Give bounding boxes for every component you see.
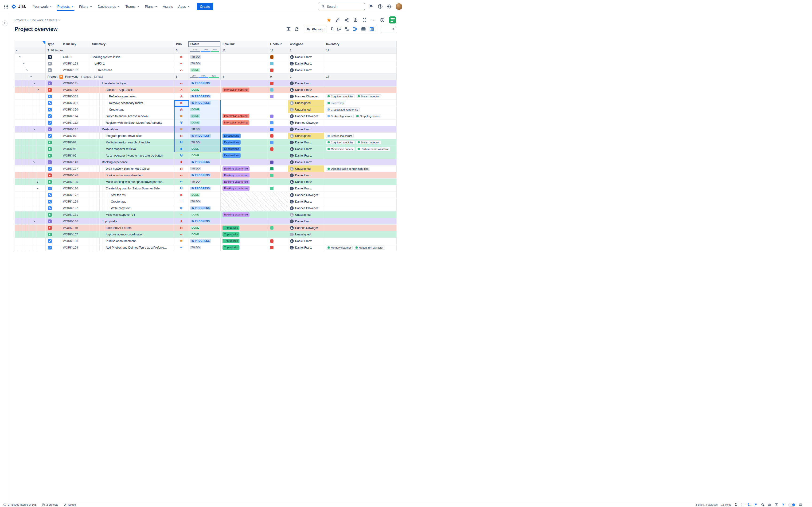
- column-header-prio[interactable]: Prio: [174, 41, 189, 47]
- filter-icon[interactable]: [17, 41, 46, 47]
- column-header-summary[interactable]: Summary: [90, 41, 174, 47]
- row-height-icon[interactable]: [286, 27, 291, 32]
- share-icon[interactable]: [345, 18, 349, 22]
- columns-icon[interactable]: [369, 27, 374, 32]
- user-avatar[interactable]: [396, 3, 402, 10]
- column-header-inventory[interactable]: Inventory: [324, 41, 397, 47]
- issue-row[interactable]: WORK-163LARX 1TO DODaniel Franz: [14, 60, 397, 67]
- nav-item-teams[interactable]: Teams: [123, 0, 142, 13]
- help-icon[interactable]: [378, 4, 383, 9]
- issue-row[interactable]: WORK-98Multi-destination search UI mobil…: [14, 139, 397, 146]
- export-icon[interactable]: [353, 18, 358, 22]
- sheets-app-icon[interactable]: [389, 16, 396, 23]
- issue-row[interactable]: WORK-108Publish announcementIN PROGRESST…: [14, 238, 397, 244]
- breadcrumb-fine-work[interactable]: Fine work: [30, 18, 44, 22]
- edit-pencil-icon[interactable]: [336, 18, 340, 22]
- issue-row[interactable]: WORK-95As an operator I want to have a t…: [14, 152, 397, 159]
- issue-row[interactable]: WORK-162TreadstoneDONEDaniel Franz: [14, 67, 397, 73]
- jira-logo[interactable]: Jira: [11, 4, 26, 9]
- chevron-down-icon[interactable]: [15, 49, 18, 52]
- issue-row[interactable]: WORK-112Blocker – App BasicsDONEInterste…: [14, 87, 397, 93]
- issue-row[interactable]: WORK-129Make working with our space trav…: [14, 179, 397, 185]
- chevron-down-icon[interactable]: [33, 127, 36, 131]
- issue-row[interactable]: WORK-148Booking experienceIN PROGRESSDan…: [14, 159, 397, 165]
- chevron-down-icon[interactable]: [36, 88, 40, 92]
- issue-row[interactable]: WORK-113Register with the Earth Moon Por…: [14, 119, 397, 126]
- status-lozenge: DONE: [190, 226, 200, 230]
- nav-item-dashboards[interactable]: Dashboards: [95, 0, 123, 13]
- chevron-right-icon[interactable]: [36, 180, 40, 183]
- nav-item-projects[interactable]: Projects: [55, 0, 77, 13]
- issue-row[interactable]: WORK-128Book now button is disabledIN PR…: [14, 172, 397, 179]
- unassigned-avatar-icon: [290, 233, 294, 236]
- nav-item-your-work[interactable]: Your work: [30, 0, 55, 13]
- nav-item-plans[interactable]: Plans: [142, 0, 160, 13]
- help-icon[interactable]: [380, 18, 385, 22]
- chevron-down-icon[interactable]: [18, 55, 22, 59]
- issue-row[interactable]: OKR-1Booking system is liveTO DODaniel F…: [14, 54, 397, 60]
- column-header-status[interactable]: Status: [189, 41, 221, 47]
- chevron-down-icon[interactable]: [26, 68, 29, 72]
- expand-sidebar-button[interactable]: [2, 20, 7, 26]
- tree-icon[interactable]: [345, 27, 349, 32]
- project-group-row[interactable]: ProjectFine work4 issues33 total530%33%3…: [14, 73, 397, 80]
- column-header-tree[interactable]: [14, 41, 46, 47]
- favorite-star-icon[interactable]: [326, 18, 331, 22]
- app-switcher-icon[interactable]: [4, 4, 8, 9]
- global-search-input[interactable]: [326, 4, 362, 9]
- issue-row[interactable]: WORK-147DestinationsTO DODaniel Franz: [14, 126, 397, 133]
- table-search-input[interactable]: [380, 26, 396, 33]
- fullscreen-icon[interactable]: [362, 18, 367, 22]
- megaphone-icon[interactable]: [369, 4, 374, 9]
- hierarchy-icon[interactable]: [353, 27, 358, 32]
- issue-row[interactable]: WORK-169Create tagsTO DODaniel Franz: [14, 199, 397, 205]
- create-button[interactable]: Create: [197, 3, 214, 10]
- chevron-down-icon[interactable]: [29, 75, 33, 78]
- column-header-issue-key[interactable]: Issue key: [61, 41, 90, 47]
- sum-icon[interactable]: Σ: [331, 27, 333, 31]
- issue-row[interactable]: WORK-96Moon stopover retrievalDONEDestin…: [14, 146, 397, 152]
- chevron-down-icon[interactable]: [22, 62, 26, 65]
- issue-row[interactable]: WORK-146Trip upsellsIN PROGRESSDaniel Fr…: [14, 218, 397, 225]
- more-options-icon[interactable]: [371, 18, 376, 22]
- column-header-assignee[interactable]: Assignee: [288, 41, 324, 47]
- nav-item-apps[interactable]: Apps: [176, 0, 193, 13]
- issue-row[interactable]: WORK-302Refuel oxygen tanksIN PROGRESSHa…: [14, 93, 397, 100]
- nav-item-assets[interactable]: Assets: [160, 0, 176, 13]
- inventory-chip: Freeze ray: [326, 101, 345, 105]
- planning-mode-button[interactable]: Planning: [304, 26, 327, 32]
- issue-row[interactable]: WORK-130Create blog post for Saturn Summ…: [14, 185, 397, 192]
- column-header-type[interactable]: Type: [46, 41, 61, 47]
- rows-icon[interactable]: [361, 27, 366, 32]
- issue-row[interactable]: WORK-97Integrate partner travel sitesIN …: [14, 133, 397, 139]
- checklist-icon[interactable]: [337, 27, 341, 32]
- nav-item-filters[interactable]: Filters: [77, 0, 95, 13]
- issue-row[interactable]: WORK-114Switch to annual license renewal…: [14, 113, 397, 119]
- breadcrumb-sheets[interactable]: Sheets: [47, 18, 61, 22]
- issue-row[interactable]: WORK-107Improve agency coordinationDONET…: [14, 231, 397, 238]
- issue-row[interactable]: WORK-145Interstellar lobbyingIN PROGRESS…: [14, 80, 397, 87]
- summary-cell: Star trip V5: [90, 192, 174, 199]
- issue-row[interactable]: WORK-300Create tagsDONEUnassignedCrystal…: [14, 106, 397, 113]
- column-header-epic-link[interactable]: Epic link: [221, 41, 268, 47]
- issue-row[interactable]: WORK-157Write copy textIN PROGRESSHannes…: [14, 205, 397, 212]
- tree-cell: [14, 244, 46, 251]
- issue-row[interactable]: WORK-110Look into API errorsDONETrip ups…: [14, 225, 397, 231]
- settings-gear-icon[interactable]: [387, 4, 392, 9]
- breadcrumb-projects[interactable]: Projects: [14, 18, 26, 22]
- chevron-down-icon[interactable]: [33, 160, 36, 164]
- issue-row[interactable]: WORK-301Remove secondary rocketIN PROGRE…: [14, 100, 397, 106]
- issue-row[interactable]: WORK-172Star trip V5DONEHannes Obweger: [14, 192, 397, 199]
- global-search[interactable]: [319, 3, 365, 10]
- issue-row[interactable]: WORK-171Milky way stopover V4DONEBooking…: [14, 212, 397, 218]
- chevron-down-icon[interactable]: [36, 186, 40, 190]
- issue-row[interactable]: WORK-109Add Phobos and Deimos Tours as a…: [14, 244, 397, 251]
- column-header-i-colour[interactable]: I. colour: [268, 41, 288, 47]
- totals-row[interactable]: Σ97 issues537%34%29%1112217: [14, 47, 397, 54]
- summary-indent-guides: [91, 133, 106, 139]
- refresh-icon[interactable]: [294, 27, 299, 32]
- issue-row[interactable]: WORK-127Draft network plan for Mars Offi…: [14, 165, 397, 172]
- epic-count: 11: [221, 47, 268, 54]
- chevron-down-icon[interactable]: [33, 81, 36, 85]
- chevron-down-icon[interactable]: [33, 219, 36, 223]
